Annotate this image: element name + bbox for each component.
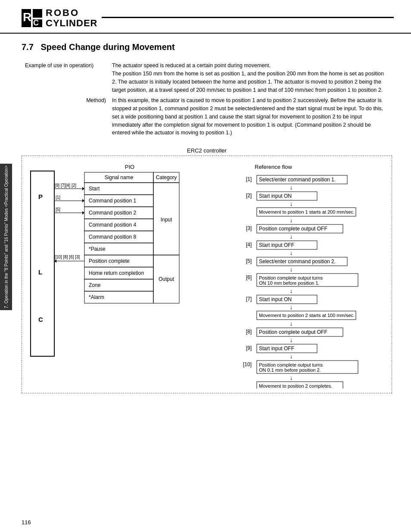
- svg-text:PIO: PIO: [125, 164, 134, 170]
- logo-text: ROBO CYLINDER: [46, 8, 97, 28]
- svg-text:[4]: [4]: [246, 242, 252, 248]
- svg-text:Reference flow: Reference flow: [255, 164, 292, 170]
- svg-marker-42: [82, 199, 84, 202]
- svg-text:Command position 1: Command position 1: [89, 198, 136, 204]
- svg-text:Movement to position 2 complet: Movement to position 2 completes.: [259, 383, 332, 389]
- svg-text:Input: Input: [161, 217, 172, 223]
- svg-text:↓: ↓: [290, 336, 293, 343]
- svg-text:Position complete: Position complete: [89, 258, 130, 264]
- svg-text:ON 10 mm before position 1.: ON 10 mm before position 1.: [259, 280, 320, 286]
- svg-marker-45: [82, 211, 84, 215]
- svg-text:[9] [7][4] [2]: [9] [7][4] [2]: [55, 183, 76, 188]
- svg-text:↓: ↓: [290, 233, 293, 240]
- svg-text:Start input OFF: Start input OFF: [259, 345, 294, 352]
- svg-text:[2]: [2]: [246, 193, 252, 199]
- svg-marker-39: [82, 187, 84, 190]
- svg-text:Start: Start: [89, 186, 100, 192]
- svg-text:Start input OFF: Start input OFF: [259, 242, 294, 248]
- svg-text:↓: ↓: [290, 287, 293, 294]
- svg-text:Select/enter command position : Select/enter command position 1.: [259, 177, 336, 183]
- svg-text:Movement to position 1 starts : Movement to position 1 starts at 200 mm/…: [259, 209, 355, 215]
- svg-text:↓: ↓: [290, 374, 293, 381]
- section-title-text: Speed Change during Movement: [40, 42, 174, 52]
- side-tab: 7. Operation in the "8 Points" and "16 P…: [0, 164, 12, 310]
- logo-icon: R C: [22, 9, 42, 27]
- svg-text:R: R: [23, 10, 31, 24]
- svg-text:[3]: [3]: [246, 225, 252, 231]
- method-text: In this example, the actuator is caused …: [109, 96, 389, 138]
- diagram-container: ERC2 controller P L C PIO: [22, 147, 392, 393]
- svg-text:[6]: [6]: [246, 274, 252, 280]
- page: 7. Operation in the "8 Points" and "16 P…: [0, 0, 411, 532]
- svg-text:Signal name: Signal name: [105, 174, 134, 180]
- header: R C ROBO CYLINDER: [0, 0, 411, 34]
- svg-text:P: P: [38, 193, 43, 200]
- svg-text:[7]: [7]: [246, 296, 252, 302]
- logo: R C ROBO CYLINDER: [22, 8, 97, 28]
- svg-text:C: C: [33, 19, 39, 27]
- controller-label: ERC2 controller: [22, 147, 392, 154]
- svg-text:[8]: [8]: [246, 329, 252, 335]
- description-table: Example of use in operation) The actuato…: [22, 60, 389, 139]
- svg-text:Position complete output OFF: Position complete output OFF: [259, 329, 327, 335]
- svg-text:Output: Output: [159, 276, 174, 282]
- svg-text:↓: ↓: [290, 217, 293, 224]
- svg-text:[1]: [1]: [246, 176, 252, 182]
- main-content: 7.7 Speed Change during Movement Example…: [0, 34, 411, 406]
- logo-line2: CYLINDER: [46, 18, 97, 28]
- svg-text:[5]: [5]: [246, 258, 252, 264]
- svg-text:Position complete output turns: Position complete output turns: [259, 275, 323, 280]
- side-tab-text: 7. Operation in the "8 Points" and "16 P…: [4, 165, 9, 308]
- svg-text:Start input ON: Start input ON: [259, 193, 292, 199]
- svg-text:Command position 2: Command position 2: [89, 210, 136, 216]
- svg-text:Zone: Zone: [89, 282, 101, 288]
- svg-text:*Alarm: *Alarm: [89, 294, 104, 300]
- example-text: The actuator speed is reduced at a certa…: [109, 61, 389, 95]
- svg-text:[5]: [5]: [56, 207, 60, 212]
- svg-text:[10] [8] [6] [3]: [10] [8] [6] [3]: [55, 255, 80, 259]
- svg-text:↓: ↓: [290, 200, 293, 207]
- svg-text:Select/enter command position : Select/enter command position 2.: [259, 258, 336, 264]
- method-label: Method): [22, 96, 109, 138]
- svg-text:L: L: [38, 268, 42, 276]
- svg-text:[9]: [9]: [246, 345, 252, 351]
- svg-text:↓: ↓: [290, 184, 293, 191]
- example-text1: The actuator speed is reduced at a certa…: [112, 62, 271, 68]
- logo-line1: ROBO: [46, 8, 97, 18]
- example-label: Example of use in operation): [22, 61, 109, 95]
- svg-text:Home return completion: Home return completion: [89, 270, 144, 276]
- svg-text:Command position 4: Command position 4: [89, 222, 136, 228]
- svg-text:[10]: [10]: [243, 361, 252, 367]
- svg-text:Position complete output turns: Position complete output turns: [259, 362, 323, 367]
- page-number: 116: [22, 519, 31, 526]
- svg-text:↓: ↓: [290, 320, 293, 327]
- section-number: 7.7: [22, 42, 34, 52]
- svg-text:C: C: [38, 316, 43, 323]
- svg-text:Movement to position 2 starts : Movement to position 2 starts at 100 mm/…: [259, 313, 355, 318]
- diagram-border: P L C PIO Signal name Category: [22, 156, 392, 393]
- section-title: 7.7 Speed Change during Movement: [22, 42, 389, 52]
- example-text2: The position 150 mm from the home is set…: [112, 71, 384, 93]
- header-line: [102, 17, 394, 18]
- svg-text:[1]: [1]: [56, 195, 60, 200]
- svg-text:↓: ↓: [290, 266, 293, 273]
- svg-text:Start input ON: Start input ON: [259, 296, 292, 302]
- svg-text:*Pause: *Pause: [89, 246, 106, 252]
- svg-text:↓: ↓: [290, 353, 293, 360]
- svg-text:ON 0.1 mm before position 2.: ON 0.1 mm before position 2.: [259, 367, 321, 373]
- diagram-svg: P L C PIO Signal name Category: [26, 160, 388, 389]
- svg-text:↓: ↓: [290, 304, 293, 311]
- svg-text:Position complete output OFF: Position complete output OFF: [259, 226, 327, 232]
- svg-text:Category: Category: [156, 174, 177, 180]
- svg-text:↓: ↓: [290, 249, 293, 256]
- svg-text:Command position 8: Command position 8: [89, 234, 136, 240]
- svg-rect-1: [33, 9, 42, 18]
